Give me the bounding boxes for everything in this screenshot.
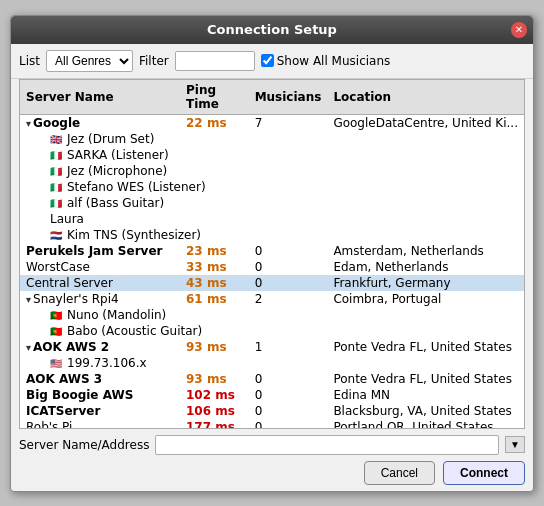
musician-row-cell: 🇵🇹Babo (Acoustic Guitar) [20, 323, 524, 339]
table-row[interactable]: 🇺🇸199.73.106.x [20, 355, 524, 371]
server-name-text: Central Server [26, 276, 113, 290]
musician-name: Jez (Drum Set) [67, 132, 154, 146]
filter-input[interactable] [175, 51, 255, 71]
filter-label: Filter [139, 54, 169, 68]
musician-row-cell: 🇬🇧Jez (Drum Set) [20, 131, 524, 147]
table-row[interactable]: ▾AOK AWS 293 ms1Ponte Vedra FL, United S… [20, 339, 524, 355]
connection-setup-dialog: Connection Setup ✕ List All Genres Filte… [10, 15, 534, 492]
table-row[interactable]: ▾Snayler's Rpi461 ms2Coimbra, Portugal [20, 291, 524, 307]
bottom-area: Server Name/Address ▼ Cancel Connect [11, 429, 533, 491]
musician-name: Babo (Acoustic Guitar) [67, 324, 202, 338]
cancel-button[interactable]: Cancel [364, 461, 435, 485]
table-row[interactable]: ICATServer106 ms0Blacksburg, VA, United … [20, 403, 524, 419]
server-name-cell: Central Server [20, 275, 180, 291]
ping-time-cell: 177 ms [180, 419, 249, 429]
close-button[interactable]: ✕ [511, 22, 527, 38]
musician-row-cell: 🇮🇹Stefano WES (Listener) [20, 179, 524, 195]
musicians-cell: 0 [249, 259, 328, 275]
show-all-musicians-label: Show All Musicians [261, 54, 391, 68]
musicians-cell: 0 [249, 371, 328, 387]
show-all-checkbox[interactable] [261, 54, 274, 67]
musician-name: Stefano WES (Listener) [67, 180, 206, 194]
dialog-title: Connection Setup [207, 22, 337, 37]
table-row[interactable]: 🇵🇹Nuno (Mandolin) [20, 307, 524, 323]
musicians-cell: 2 [249, 291, 328, 307]
server-name-text: WorstCase [26, 260, 90, 274]
table-header-row: Server Name Ping Time Musicians Location [20, 80, 524, 115]
col-server-name: Server Name [20, 80, 180, 115]
table-row[interactable]: AOK AWS 393 ms0Ponte Vedra FL, United St… [20, 371, 524, 387]
table-row[interactable]: 🇮🇹alf (Bass Guitar) [20, 195, 524, 211]
musicians-cell: 0 [249, 243, 328, 259]
location-cell: GoogleDataCentre, United Ki... [327, 114, 524, 131]
musician-row-cell: 🇺🇸199.73.106.x [20, 355, 524, 371]
server-name-text: AOK AWS 3 [26, 372, 102, 386]
expand-triangle-icon[interactable]: ▾ [26, 342, 31, 353]
musicians-cell: 0 [249, 419, 328, 429]
server-name-cell: AOK AWS 3 [20, 371, 180, 387]
server-name-cell: Perukels Jam Server [20, 243, 180, 259]
location-cell: Edina MN [327, 387, 524, 403]
table-row[interactable]: Rob's Pi177 ms0Portland OR, United State… [20, 419, 524, 429]
table-row[interactable]: 🇮🇹Stefano WES (Listener) [20, 179, 524, 195]
table-row[interactable]: 🇮🇹Jez (Microphone) [20, 163, 524, 179]
flag-it-icon: 🇮🇹 [50, 166, 64, 176]
musician-row-cell: 🇵🇹Nuno (Mandolin) [20, 307, 524, 323]
table-row[interactable]: 🇵🇹Babo (Acoustic Guitar) [20, 323, 524, 339]
connect-button[interactable]: Connect [443, 461, 525, 485]
server-name-text: Perukels Jam Server [26, 244, 162, 258]
ping-time-cell: 106 ms [180, 403, 249, 419]
location-cell: Blacksburg, VA, United States [327, 403, 524, 419]
location-cell: Frankfurt, Germany [327, 275, 524, 291]
ping-time-cell: 93 ms [180, 371, 249, 387]
server-name-text: ICATServer [26, 404, 100, 418]
server-name-cell: ▾Snayler's Rpi4 [20, 291, 180, 307]
location-cell: Portland OR, United States [327, 419, 524, 429]
toolbar: List All Genres Filter Show All Musician… [11, 44, 533, 79]
server-address-dropdown[interactable]: ▼ [505, 436, 525, 453]
table-row[interactable]: Laura [20, 211, 524, 227]
location-cell: Ponte Vedra FL, United States [327, 371, 524, 387]
table-row[interactable]: ▾Google22 ms7GoogleDataCentre, United Ki… [20, 114, 524, 131]
musicians-cell: 0 [249, 403, 328, 419]
server-address-input[interactable] [155, 435, 499, 455]
expand-triangle-icon[interactable]: ▾ [26, 294, 31, 305]
server-name-cell: ▾AOK AWS 2 [20, 339, 180, 355]
table-row[interactable]: 🇮🇹SARKA (Listener) [20, 147, 524, 163]
table-row[interactable]: 🇳🇱Kim TNS (Synthesizer) [20, 227, 524, 243]
ping-time-cell: 22 ms [180, 114, 249, 131]
table-row[interactable]: Big Boogie AWS102 ms0Edina MN [20, 387, 524, 403]
server-table-body: ▾Google22 ms7GoogleDataCentre, United Ki… [20, 114, 524, 429]
musician-row-cell: 🇮🇹alf (Bass Guitar) [20, 195, 524, 211]
location-cell: Ponte Vedra FL, United States [327, 339, 524, 355]
list-dropdown[interactable]: All Genres [46, 50, 133, 72]
col-musicians: Musicians [249, 80, 328, 115]
flag-gb-icon: 🇬🇧 [50, 134, 64, 144]
table-row[interactable]: WorstCase33 ms0Edam, Netherlands [20, 259, 524, 275]
musician-name: 199.73.106.x [67, 356, 147, 370]
flag-nl-icon: 🇳🇱 [50, 230, 64, 240]
flag-pt-icon: 🇵🇹 [50, 326, 64, 336]
table-row[interactable]: 🇬🇧Jez (Drum Set) [20, 131, 524, 147]
table-row[interactable]: Perukels Jam Server23 ms0Amsterdam, Neth… [20, 243, 524, 259]
server-name-text: AOK AWS 2 [33, 340, 109, 354]
musicians-cell: 0 [249, 275, 328, 291]
server-name-text: Rob's Pi [26, 420, 72, 429]
location-cell: Edam, Netherlands [327, 259, 524, 275]
ping-time-cell: 61 ms [180, 291, 249, 307]
button-row: Cancel Connect [19, 461, 525, 485]
musician-name: alf (Bass Guitar) [67, 196, 164, 210]
table-row[interactable]: Central Server43 ms0Frankfurt, Germany [20, 275, 524, 291]
server-addr-label: Server Name/Address [19, 438, 149, 452]
musicians-cell: 0 [249, 387, 328, 403]
location-cell: Amsterdam, Netherlands [327, 243, 524, 259]
musician-name: Jez (Microphone) [67, 164, 167, 178]
expand-triangle-icon[interactable]: ▾ [26, 118, 31, 129]
server-name-text: Big Boogie AWS [26, 388, 133, 402]
col-ping-time: Ping Time [180, 80, 249, 115]
server-name-cell: Big Boogie AWS [20, 387, 180, 403]
server-table-container: Server Name Ping Time Musicians Location… [19, 79, 525, 429]
musicians-cell: 7 [249, 114, 328, 131]
titlebar: Connection Setup ✕ [11, 16, 533, 44]
server-table: Server Name Ping Time Musicians Location… [20, 80, 524, 429]
